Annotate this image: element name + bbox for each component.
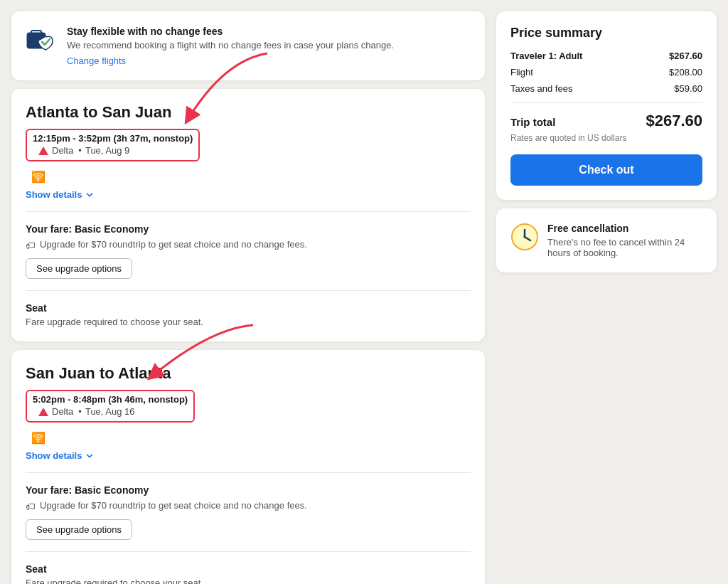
cancellation-title: Free cancellation [547, 223, 702, 234]
traveler-row: Traveler 1: Adult $267.60 [510, 51, 702, 61]
flight-2-upgrade-text: 🏷 Upgrade for $70 roundtrip to get seat … [26, 500, 471, 512]
notice-card: Stay flexible with no change fees We rec… [11, 11, 485, 80]
traveler-amount: $267.60 [669, 51, 702, 61]
flight-2-airline-name: Delta [52, 406, 73, 417]
flight-2-airline: Delta • Tue, Aug 16 [33, 405, 188, 418]
chevron-down-icon-1 [85, 190, 95, 200]
tag-icon-1: 🏷 [26, 240, 36, 251]
flight-2-time-box: 5:02pm - 8:48pm (3h 46m, nonstop) Delta … [26, 390, 195, 423]
flight-price-amount: $208.00 [669, 67, 702, 78]
flight-1-card: Atlanta to San Juan 12:15pm - 3:52pm (3h… [11, 89, 485, 341]
cancellation-description: There's no fee to cancel within 24 hours… [547, 237, 702, 258]
chevron-down-icon-2 [85, 451, 95, 461]
flight-1-airline: Delta • Tue, Aug 9 [33, 144, 193, 157]
upgrade-btn-1[interactable]: See upgrade options [26, 258, 132, 279]
taxes-row: Taxes and fees $59.60 [510, 83, 702, 94]
taxes-amount: $59.60 [674, 83, 702, 94]
notice-icon [26, 26, 57, 57]
change-flights-link[interactable]: Change flights [67, 55, 126, 66]
flight-2-date: • [78, 406, 82, 417]
trip-total-label: Trip total [510, 116, 555, 128]
divider-3 [26, 472, 471, 473]
wifi-icon-1: 🛜 [31, 170, 471, 184]
show-details-btn-1[interactable]: Show details [26, 189, 95, 200]
seat-section-2: Seat Fare upgrade required to choose you… [26, 563, 471, 584]
checkout-button[interactable]: Check out [510, 154, 702, 186]
seat-info-1: Fare upgrade required to choose your sea… [26, 317, 471, 327]
flight-1-airline-name: Delta [52, 145, 73, 156]
divider-1 [26, 211, 471, 212]
cancellation-content: Free cancellation There's no fee to canc… [547, 223, 702, 258]
notice-title: Stay flexible with no change fees [67, 26, 394, 37]
tag-icon-2: 🏷 [26, 501, 36, 512]
flight-2-date-val: Tue, Aug 16 [85, 406, 135, 417]
flight-1-upgrade-text: 🏷 Upgrade for $70 roundtrip to get seat … [26, 239, 471, 251]
flight-1-time-box: 12:15pm - 3:52pm (3h 37m, nonstop) Delta… [26, 129, 200, 161]
seat-label-1: Seat [26, 302, 471, 314]
rates-note: Rates are quoted in US dollars [510, 133, 702, 143]
traveler-label: Traveler 1: Adult [510, 51, 582, 61]
trip-total-row: Trip total $267.60 [510, 112, 702, 130]
delta-icon [38, 147, 48, 155]
flight-1-route: Atlanta to San Juan [26, 103, 471, 122]
flight-2-route: San Juan to Atlanta [26, 364, 471, 383]
flight-2-card: San Juan to Atlanta 5:02pm - 8:48pm (3h … [11, 350, 485, 584]
seat-info-2: Fare upgrade required to choose your sea… [26, 578, 471, 584]
price-divider [510, 102, 702, 103]
divider-2 [26, 290, 471, 291]
flight-1-fare-label: Your fare: Basic Economy [26, 223, 471, 235]
notice-description: We recommend booking a flight with no ch… [67, 40, 394, 51]
clock-icon [510, 223, 539, 251]
show-details-label-2: Show details [26, 450, 82, 461]
show-details-btn-2[interactable]: Show details [26, 450, 95, 461]
flight-1-date: • [78, 145, 82, 156]
notice-content: Stay flexible with no change fees We rec… [67, 26, 394, 66]
delta-icon-2 [38, 408, 48, 416]
trip-total-amount: $267.60 [646, 112, 702, 130]
cancellation-card: Free cancellation There's no fee to canc… [496, 208, 717, 272]
flight-1-time: 12:15pm - 3:52pm (3h 37m, nonstop) [33, 133, 193, 144]
flight-price-row: Flight $208.00 [510, 67, 702, 78]
divider-4 [26, 551, 471, 552]
flight-2-time: 5:02pm - 8:48pm (3h 46m, nonstop) [33, 394, 188, 405]
seat-label-2: Seat [26, 563, 471, 575]
flight-price-label: Flight [510, 67, 533, 78]
flight-2-fare-label: Your fare: Basic Economy [26, 484, 471, 496]
flight-1-date-val: Tue, Aug 9 [85, 145, 129, 156]
price-summary-title: Price summary [510, 26, 702, 41]
seat-section-1: Seat Fare upgrade required to choose you… [26, 302, 471, 327]
price-summary-card: Price summary Traveler 1: Adult $267.60 … [496, 11, 717, 200]
wifi-icon-2: 🛜 [31, 431, 471, 445]
upgrade-btn-2[interactable]: See upgrade options [26, 519, 132, 540]
show-details-label-1: Show details [26, 189, 82, 200]
taxes-label: Taxes and fees [510, 83, 572, 94]
